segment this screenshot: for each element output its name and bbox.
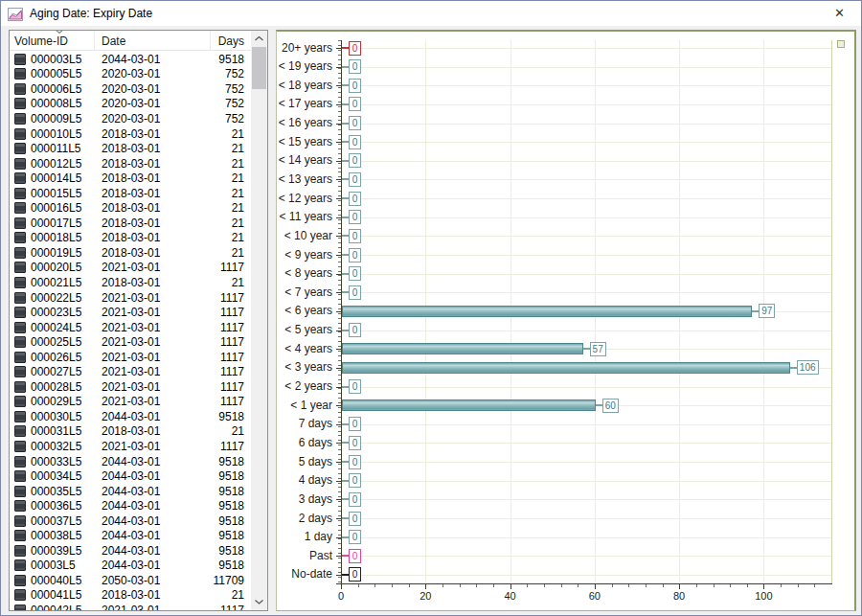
table-row[interactable]: 000009L52020-03-01752 (10, 111, 251, 126)
volume-cell: 000015L5 (10, 187, 95, 200)
date-cell: 2021-03-01 (95, 604, 211, 610)
y-axis-tick (336, 124, 341, 125)
scroll-down-icon[interactable] (251, 594, 267, 610)
date-cell: 2018-03-01 (95, 246, 211, 260)
date-cell: 2020-03-01 (95, 97, 211, 110)
date-cell: 2021-03-01 (95, 335, 211, 349)
table-row[interactable]: 000039L52044-03-019518 (10, 543, 251, 559)
table-row[interactable]: 000025L52021-03-011117 (10, 334, 251, 350)
volume-id-text: 000023L5 (31, 306, 81, 319)
category-label: < 3 years (277, 360, 332, 375)
table-row[interactable]: 00003L52044-03-019518 (10, 559, 251, 574)
table-row[interactable]: 000031L52018-03-0121 (10, 424, 251, 440)
table-row[interactable]: 000014L52018-03-0121 (10, 171, 251, 186)
table-row[interactable]: 000033L52044-03-019518 (10, 454, 251, 469)
days-cell: 21 (211, 171, 251, 185)
y-axis-tick (336, 85, 341, 86)
table-row[interactable]: 000030L52044-03-019518 (10, 409, 251, 424)
table-row[interactable]: 000011L52018-03-0121 (10, 141, 251, 156)
table-row[interactable]: 000017L52018-03-0121 (10, 216, 251, 231)
table-row[interactable]: 000026L52021-03-011117 (10, 350, 251, 365)
table-row[interactable]: 000028L52021-03-011117 (10, 379, 251, 395)
date-cell: 2018-03-01 (95, 424, 211, 438)
table-row[interactable]: 000015L52018-03-0121 (10, 186, 251, 201)
category-label: < 5 years (277, 323, 332, 337)
table-row[interactable]: 000041L52018-03-0121 (10, 588, 251, 604)
table-row[interactable]: 000036L52044-03-019518 (10, 498, 251, 513)
value-label: 0 (349, 59, 361, 74)
value-connector (342, 103, 349, 105)
table-row[interactable]: 000037L52044-03-019518 (10, 513, 251, 529)
table-row[interactable]: 000027L52021-03-011117 (10, 364, 251, 379)
volume-cell: 000041L5 (10, 588, 95, 602)
table-body: 000003L52044-03-019518000005L52020-03-01… (10, 52, 251, 610)
table-row[interactable]: 000010L52018-03-0121 (10, 126, 251, 142)
date-cell: 2018-03-01 (95, 588, 211, 602)
y-axis-tick (336, 575, 341, 576)
table-row[interactable]: 000020L52021-03-011117 (10, 261, 251, 276)
y-axis-tick (336, 349, 341, 350)
table-row[interactable]: 000005L52020-03-01752 (10, 67, 251, 82)
tape-icon (14, 396, 26, 407)
bar (342, 343, 583, 354)
value-label: 0 (349, 153, 361, 168)
days-cell: 1117 (211, 440, 251, 453)
table-row[interactable]: 000022L52021-03-011117 (10, 290, 251, 306)
table-row[interactable]: 000024L52021-03-011117 (10, 320, 251, 335)
days-cell: 1117 (211, 351, 251, 364)
days-cell: 11709 (211, 574, 251, 587)
category-label: 2 days (277, 512, 332, 526)
table-row[interactable]: 000032L52021-03-011117 (10, 439, 251, 454)
table-row[interactable]: 000029L52021-03-011117 (10, 395, 251, 410)
tape-icon (14, 441, 26, 452)
category-label: < 7 years (277, 285, 332, 300)
tape-icon (14, 54, 26, 65)
gridline-horizontal (342, 443, 831, 444)
scrollbar-thumb[interactable] (252, 47, 266, 89)
date-cell: 2020-03-01 (95, 112, 211, 125)
volume-cell: 000036L5 (10, 499, 95, 513)
table-row[interactable]: 000035L52044-03-019518 (10, 484, 251, 499)
days-cell: 1117 (211, 321, 251, 334)
tape-icon (14, 366, 26, 377)
category-label: < 2 years (277, 379, 332, 394)
table-row[interactable]: 000034L52044-03-019518 (10, 468, 251, 484)
gridline-horizontal (342, 556, 831, 557)
gridline-horizontal (342, 499, 831, 500)
days-cell: 9518 (211, 455, 251, 468)
volume-cell: 00003L5 (10, 559, 95, 572)
table-row[interactable]: 000038L52044-03-019518 (10, 529, 251, 544)
tape-icon (14, 486, 26, 497)
aging-bar-chart: 02040608010020+ years0< 19 years0< 18 ye… (276, 30, 856, 611)
table-row[interactable]: 000040L52050-03-0111709 (10, 573, 251, 588)
column-header-volume-id[interactable]: Volume-ID (10, 31, 95, 50)
volume-cell: 000025L5 (10, 335, 95, 349)
table-row[interactable]: 000012L52018-03-0121 (10, 156, 251, 171)
volume-id-text: 000005L5 (31, 67, 81, 80)
tape-icon (14, 217, 26, 229)
value-connector (342, 197, 349, 199)
table-row[interactable]: 000016L52018-03-0121 (10, 200, 251, 216)
table-row[interactable]: 000019L52018-03-0121 (10, 245, 251, 261)
gridline-horizontal (342, 236, 831, 237)
x-axis-tick (679, 584, 680, 589)
table-row[interactable]: 000023L52021-03-011117 (10, 305, 251, 320)
gridline-horizontal (342, 387, 831, 388)
close-button[interactable]: ✕ (818, 1, 861, 26)
table-row[interactable]: 000018L52018-03-0121 (10, 231, 251, 246)
volume-cell: 000027L5 (10, 365, 95, 378)
volume-cell: 000006L5 (10, 82, 95, 96)
table-row[interactable]: 000042L52021-03-011117 (10, 603, 251, 610)
table-row[interactable]: 000003L52044-03-019518 (10, 52, 251, 67)
column-header-date[interactable]: Date (95, 31, 211, 50)
scroll-up-icon[interactable] (251, 31, 267, 47)
category-label: < 13 years (277, 172, 332, 187)
column-header-days[interactable]: Days (211, 31, 251, 50)
x-axis-tick-label: 80 (665, 590, 693, 602)
table-row[interactable]: 000021L52018-03-0121 (10, 275, 251, 290)
tape-icon (14, 262, 26, 273)
table-scrollbar[interactable] (251, 31, 267, 610)
table-row[interactable]: 000006L52020-03-01752 (10, 81, 251, 97)
table-row[interactable]: 000008L52020-03-01752 (10, 97, 251, 112)
days-cell: 9518 (211, 53, 251, 66)
